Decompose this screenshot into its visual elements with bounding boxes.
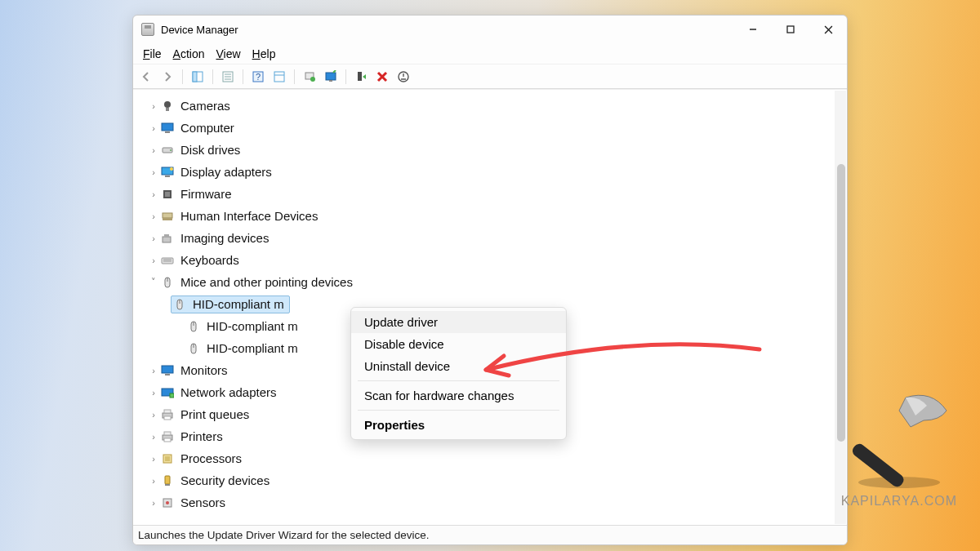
toolbar-properties[interactable] [220, 69, 236, 85]
tree-category[interactable]: ›Sensors [136, 491, 847, 513]
svg-rect-33 [163, 237, 171, 242]
toolbar-show-hide-tree[interactable] [189, 69, 206, 85]
svg-rect-51 [164, 410, 171, 413]
category-label: Display adapters [180, 165, 272, 179]
svg-rect-32 [163, 218, 172, 220]
tree-category[interactable]: ›Imaging devices [136, 227, 847, 249]
chevron-icon[interactable]: › [146, 189, 161, 199]
firmware-icon [161, 188, 174, 201]
chevron-icon[interactable]: › [146, 476, 161, 486]
watermark-text: KAPILARYA.COM [841, 494, 957, 509]
statusbar: Launches the Update Driver Wizard for th… [133, 525, 847, 544]
chevron-icon[interactable]: › [146, 211, 161, 221]
app-icon [141, 23, 154, 36]
toolbar-action-icon[interactable] [271, 69, 287, 85]
category-label: Sensors [180, 495, 225, 509]
toolbar-enable-icon[interactable] [353, 69, 369, 85]
context-menu-item[interactable]: Disable device [351, 333, 566, 355]
chevron-icon[interactable]: › [146, 366, 161, 375]
toolbar-uninstall-icon[interactable] [374, 69, 390, 85]
svg-rect-17 [329, 80, 332, 82]
menu-action[interactable]: Action [168, 46, 210, 62]
category-label: Printers [180, 429, 223, 443]
tree-category[interactable]: ›Human Interface Devices [136, 205, 847, 227]
toolbar-scan-hardware-icon[interactable] [323, 69, 339, 85]
toolbar-disable-icon[interactable] [395, 69, 412, 85]
chevron-icon[interactable]: › [146, 388, 161, 398]
svg-rect-31 [163, 213, 172, 218]
mouse-icon [187, 320, 200, 333]
context-menu-separator [358, 410, 559, 411]
chevron-icon[interactable]: ˅ [146, 277, 161, 287]
chevron-icon[interactable]: › [146, 432, 161, 442]
svg-point-61 [166, 501, 169, 504]
watermark: KAPILARYA.COM [841, 383, 957, 509]
display-icon [161, 166, 174, 179]
menubar: File Action View Help [133, 43, 847, 64]
device-label: HID-compliant m [193, 297, 284, 311]
chevron-icon[interactable]: › [146, 454, 161, 464]
svg-rect-55 [164, 438, 171, 442]
chevron-icon[interactable]: › [146, 233, 161, 243]
svg-rect-21 [166, 108, 169, 111]
svg-rect-46 [162, 366, 173, 373]
chevron-icon[interactable]: › [146, 145, 161, 155]
camera-icon [161, 100, 174, 113]
context-menu-separator [358, 380, 559, 381]
toolbar-back[interactable] [138, 69, 154, 85]
tree-category[interactable]: ›Firmware [136, 183, 847, 205]
tree-item-selected[interactable]: HID-compliant m [171, 295, 290, 313]
tree-category[interactable]: ›Processors [136, 447, 847, 469]
device-tree[interactable]: ›Cameras›Computer›Disk drives›Display ad… [133, 90, 847, 518]
printer-icon [161, 430, 174, 443]
maximize-button[interactable] [772, 16, 809, 43]
chevron-icon[interactable]: › [146, 256, 161, 265]
toolbar-update-driver-icon[interactable] [301, 69, 318, 85]
chevron-icon[interactable]: › [146, 167, 161, 177]
category-label: Firmware [180, 187, 232, 201]
menu-view[interactable]: View [212, 46, 246, 62]
titlebar[interactable]: Device Manager [133, 16, 847, 43]
monitor-icon [161, 122, 174, 135]
keyboard-icon [161, 254, 174, 267]
category-label: Network adapters [180, 385, 277, 399]
cpu-icon [161, 452, 174, 465]
toolbar-separator [182, 69, 183, 84]
toolbar-help-icon[interactable]: ? [250, 69, 266, 85]
context-menu-item[interactable]: Properties [351, 414, 566, 436]
tree-category[interactable]: ›Disk drives [136, 139, 847, 161]
chevron-icon[interactable]: › [146, 123, 161, 133]
tree-category[interactable]: ›Computer [136, 117, 847, 139]
category-label: Monitors [180, 363, 228, 377]
chevron-icon[interactable]: › [146, 410, 161, 420]
mouse-icon [161, 276, 174, 289]
svg-point-20 [164, 101, 171, 108]
category-label: Imaging devices [180, 231, 269, 245]
tree-category[interactable]: ›Display adapters [136, 161, 847, 183]
hammer-icon [842, 383, 956, 489]
chevron-icon[interactable]: › [146, 498, 161, 508]
mouse-icon [187, 342, 200, 355]
tree-category[interactable]: ˅Mice and other pointing devices [136, 271, 847, 293]
context-menu: Update driverDisable deviceUninstall dev… [350, 307, 567, 440]
category-label: Disk drives [180, 143, 240, 157]
close-button[interactable] [809, 16, 847, 43]
printer-icon [161, 408, 174, 421]
context-menu-item[interactable]: Scan for hardware changes [351, 384, 566, 407]
toolbar-forward[interactable] [159, 69, 176, 85]
tree-category[interactable]: ›Keyboards [136, 249, 847, 271]
menu-file[interactable]: File [138, 46, 167, 62]
context-menu-item[interactable]: Update driver [351, 311, 566, 333]
minimize-button[interactable] [734, 16, 772, 43]
tree-category[interactable]: ›Cameras [136, 95, 847, 117]
context-menu-item[interactable]: Uninstall device [351, 355, 566, 377]
svg-rect-18 [358, 72, 362, 81]
tree-category[interactable]: ›Security devices [136, 469, 847, 491]
chevron-icon[interactable]: › [146, 101, 161, 111]
hid-icon [161, 210, 174, 223]
menu-help[interactable]: Help [247, 46, 281, 62]
svg-rect-49 [170, 393, 174, 398]
toolbar-separator [243, 69, 243, 84]
svg-rect-23 [165, 131, 170, 133]
category-label: Cameras [180, 99, 230, 113]
